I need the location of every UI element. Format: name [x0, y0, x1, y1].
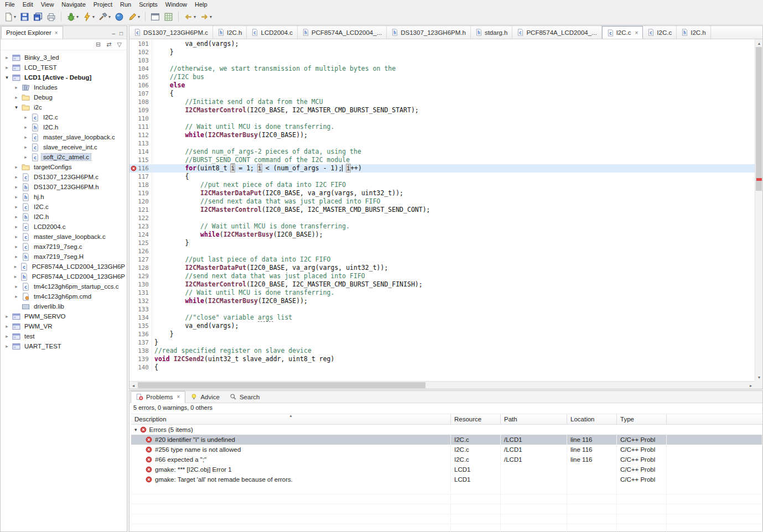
- editor-tab-ds1307-123gh6pm-h[interactable]: hDS1307_123GH6PM.h: [387, 26, 471, 39]
- expand-arrow-icon[interactable]: ▸: [13, 244, 19, 249]
- expand-arrow-icon[interactable]: ▸: [13, 284, 19, 289]
- menu-view[interactable]: View: [37, 1, 58, 8]
- problem-row[interactable]: gmake: *** [I2C.obj] Error 1LCD1C/C++ Pr…: [131, 465, 762, 474]
- gutter-cell[interactable]: [129, 231, 137, 239]
- tree-item-pwm-servo[interactable]: ▸PWM_SERVO: [1, 311, 127, 321]
- gutter-cell[interactable]: [129, 114, 137, 123]
- gutter-cell[interactable]: [129, 81, 137, 90]
- minimize-button[interactable]: –: [112, 30, 115, 36]
- code-line[interactable]: 103: [129, 56, 755, 65]
- gutter-cell[interactable]: [129, 98, 137, 106]
- gutter-cell[interactable]: [129, 338, 137, 347]
- expand-arrow-icon[interactable]: ▸: [4, 343, 10, 349]
- memory-button[interactable]: [162, 10, 175, 23]
- code-line[interactable]: 122: [129, 214, 755, 222]
- new-button[interactable]: ▾: [2, 10, 18, 23]
- gutter-cell[interactable]: [129, 280, 137, 289]
- dropdown-arrow-icon[interactable]: ▾: [108, 14, 111, 19]
- gutter-cell[interactable]: [129, 255, 137, 264]
- menu-help[interactable]: Help: [191, 1, 211, 8]
- column-header-type[interactable]: Type: [617, 414, 667, 424]
- save-button[interactable]: [18, 10, 31, 23]
- scroll-right-arrow-icon[interactable]: ▸: [747, 382, 755, 389]
- code-line[interactable]: 129 //send next data that was just place…: [129, 272, 755, 280]
- gutter-cell[interactable]: [129, 239, 137, 247]
- gutter-cell[interactable]: [129, 48, 137, 56]
- gutter-cell[interactable]: [129, 40, 137, 48]
- tree-item-uart-test[interactable]: ▸UART_TEST: [1, 341, 127, 351]
- gutter-cell[interactable]: [129, 197, 137, 206]
- tree-item-includes[interactable]: ▸Includes: [1, 82, 127, 92]
- code-line[interactable]: 137}: [129, 338, 755, 347]
- tree-item-max7219-7seg-c[interactable]: ▸cmax7219_7seg.c: [1, 242, 127, 252]
- tree-item-tm4c123gh6pm-cmd[interactable]: ▸tm4c123gh6pm.cmd: [1, 291, 127, 301]
- code-line[interactable]: 132 while(I2CMasterBusy(I2C0_BASE));: [129, 297, 755, 305]
- tree-item-soft-i2c-atmel-c[interactable]: ▸csoft_i2c_atmel.c: [1, 152, 127, 162]
- code-line[interactable]: 135 va_end(vargs);: [129, 322, 755, 330]
- gutter-cell[interactable]: [129, 322, 137, 330]
- tree-item-ds1307-123gh6pm-c[interactable]: ▸cDS1307_123GH6PM.c: [1, 172, 127, 182]
- code-line[interactable]: 112 while(I2CMasterBusy(I2C0_BASE));: [129, 131, 755, 139]
- expand-arrow-icon[interactable]: ▸: [13, 214, 19, 220]
- dropdown-arrow-icon[interactable]: ▾: [76, 14, 79, 19]
- close-icon[interactable]: ×: [635, 30, 639, 36]
- gutter-cell[interactable]: [129, 73, 137, 81]
- expand-arrow-icon[interactable]: ▸: [13, 254, 19, 259]
- close-icon[interactable]: ×: [55, 30, 58, 36]
- scrollbar-thumb[interactable]: [756, 47, 762, 191]
- code-line[interactable]: 123 // Wait until MCU is done transferri…: [129, 222, 755, 231]
- editor-tab-lcd2004-c[interactable]: cLCD2004.c: [247, 26, 298, 39]
- code-line[interactable]: 104 //otherwise, we start transmission o…: [129, 65, 755, 73]
- gutter-cell[interactable]: [129, 90, 137, 98]
- expand-arrow-icon[interactable]: ▸: [13, 184, 19, 190]
- collapse-arrow-icon[interactable]: ▾: [13, 105, 19, 110]
- dropdown-arrow-icon[interactable]: ▾: [14, 14, 16, 19]
- console-button[interactable]: [149, 10, 162, 23]
- problem-row[interactable]: #256 type name is not allowedI2C.c/LCD1l…: [131, 445, 762, 455]
- code-line[interactable]: 113: [129, 139, 755, 148]
- editor-tab-i2c-c[interactable]: cI2C.c×: [602, 26, 643, 39]
- save-all-button[interactable]: [32, 10, 44, 23]
- editor-tab-i2c-c[interactable]: cI2C.c: [643, 26, 677, 39]
- gutter-cell[interactable]: [129, 131, 137, 139]
- tree-item-targetconfigs[interactable]: ▸targetConfigs: [1, 162, 127, 172]
- expand-arrow-icon[interactable]: ▸: [4, 324, 10, 329]
- menu-scripts[interactable]: Scripts: [135, 1, 162, 8]
- expand-arrow-icon[interactable]: ▸: [4, 65, 10, 70]
- gutter-cell[interactable]: [129, 355, 137, 363]
- code-editor[interactable]: 101 va_end(vargs);102 }103104 //otherwis…: [129, 39, 755, 381]
- scrollbar-thumb[interactable]: [138, 382, 425, 388]
- code-line[interactable]: 120 //send next data that was just place…: [129, 197, 755, 206]
- code-line[interactable]: 139void I2CSend2(uint32_t slave_addr, ui…: [129, 355, 755, 363]
- code-line[interactable]: 116 for(uint8_t i = 1; i < (num_of_args …: [129, 164, 755, 173]
- gutter-cell[interactable]: [129, 297, 137, 305]
- expand-arrow-icon[interactable]: ▸: [13, 85, 19, 90]
- gutter-cell[interactable]: [129, 148, 137, 156]
- close-icon[interactable]: ×: [177, 394, 180, 400]
- expand-arrow-icon[interactable]: ▸: [13, 274, 18, 279]
- link-with-editor-button[interactable]: ⇄: [106, 41, 111, 48]
- column-header-description[interactable]: ▴Description: [131, 414, 451, 424]
- gutter-cell[interactable]: [129, 156, 137, 164]
- tree-item-driverlib-lib[interactable]: driverlib.lib: [1, 301, 127, 311]
- gutter-cell[interactable]: [129, 206, 137, 214]
- tree-item-binky-3-led[interactable]: ▸Binky_3_led: [1, 53, 127, 62]
- expand-arrow-icon[interactable]: ▸: [13, 174, 19, 180]
- debug-button[interactable]: ▾: [65, 10, 80, 23]
- gutter-cell[interactable]: [129, 264, 137, 272]
- code-line[interactable]: 111 // Wait until MCU is done transferri…: [129, 123, 755, 131]
- tree-item-master-slave-loopback-c[interactable]: ▸cmaster_slave_loopback.c: [1, 132, 127, 142]
- code-line[interactable]: 140{: [129, 363, 755, 372]
- scroll-left-arrow-icon[interactable]: ◂: [129, 382, 137, 389]
- tree-item-i2c[interactable]: ▾i2c: [1, 102, 127, 112]
- tree-item-tm4c123gh6pm-startup-ccs-c[interactable]: ▸ctm4c123gh6pm_startup_ccs.c: [1, 281, 127, 291]
- code-line[interactable]: 106 else: [129, 81, 755, 90]
- dropdown-arrow-icon[interactable]: ▾: [194, 14, 196, 19]
- expand-arrow-icon[interactable]: ▸: [23, 154, 29, 160]
- expand-arrow-icon[interactable]: ▸: [13, 264, 18, 269]
- expand-arrow-icon[interactable]: ▸: [13, 164, 19, 170]
- code-line[interactable]: 117 {: [129, 173, 755, 181]
- gutter-cell[interactable]: [129, 363, 137, 372]
- problem-row[interactable]: #20 identifier "i" is undefinedI2C.c/LCD…: [131, 435, 762, 445]
- gutter-cell[interactable]: [129, 123, 137, 131]
